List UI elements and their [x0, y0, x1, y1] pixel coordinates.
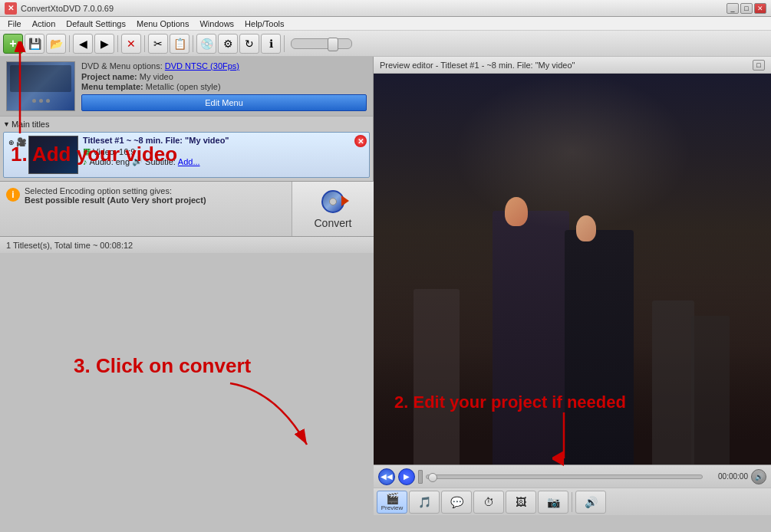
rewind-button[interactable]: ◀◀ — [378, 468, 395, 485]
menu-default-settings[interactable]: Default Settings — [61, 18, 130, 29]
subtitle-label: Subtitle: — [145, 157, 176, 166]
copy-button[interactable]: 📋 — [170, 34, 189, 54]
add-button[interactable]: + — [3, 34, 23, 54]
minimize-button[interactable]: _ — [727, 3, 739, 14]
main-area: DVD & Menu options: DVD NTSC (30Fps) Pro… — [0, 57, 771, 515]
preview-tab-subtitles[interactable]: 💬 — [441, 491, 472, 514]
convert-label: Convert — [314, 217, 351, 229]
main-titles-label: ▼ Main titles — [3, 120, 370, 129]
menu-bar: File Action Default Settings Menu Option… — [0, 17, 771, 31]
time-display: 00:00:00 — [706, 472, 748, 481]
forward-button[interactable]: ▶ — [94, 34, 114, 54]
dvd-options-link[interactable]: DVD NTSC (30Fps) — [165, 61, 239, 71]
preview-tab-preview[interactable]: 🎬 Preview — [377, 491, 407, 514]
preview-tab-capture[interactable]: 📷 — [538, 491, 568, 514]
status-bar-text: 1 Titleset(s), Total time ~ 00:08:12 — [6, 241, 133, 250]
audio-icon: ♪ — [83, 157, 87, 166]
preview-tab-audio[interactable]: 🎵 — [409, 491, 440, 514]
dvd-template: Menu template: Metallic (open style) — [81, 82, 367, 91]
open-button[interactable]: 📂 — [46, 34, 66, 54]
toolbar-separator-1 — [69, 35, 70, 52]
title-name: Titleset #1 ~ ~8 min. File: "My video" — [83, 136, 364, 145]
status-bar: 1 Titleset(s), Total time ~ 00:08:12 — [0, 236, 374, 253]
preview-tab-volume[interactable]: 🔊 — [575, 491, 606, 514]
left-panel-content: DVD & Menu options: DVD NTSC (30Fps) Pro… — [0, 57, 374, 181]
title-item: ⊕ 🎥 Titleset #1 ~ ~8 min. File: "My vide… — [3, 132, 370, 178]
subtitle-link[interactable]: Add... — [178, 157, 200, 166]
menu-action[interactable]: Action — [28, 18, 61, 29]
dvd-button[interactable]: 💿 — [196, 34, 216, 54]
close-button[interactable]: ✕ — [754, 3, 766, 14]
back-button[interactable]: ◀ — [73, 34, 93, 54]
cut-button[interactable]: ✂ — [148, 34, 168, 54]
volume-button[interactable]: 🔊 — [751, 469, 766, 484]
left-panel: DVD & Menu options: DVD NTSC (30Fps) Pro… — [0, 57, 374, 515]
toolbar: + 💾 📂 ◀ ▶ ✕ ✂ 📋 💿 ⚙ ↻ ℹ — [0, 31, 771, 57]
video-preview — [374, 74, 771, 465]
dvd-project-label: Project name: — [81, 72, 137, 81]
title-meta: Titleset #1 ~ ~8 min. File: "My video" ▦… — [83, 136, 364, 166]
toolbar-separator-4 — [193, 35, 193, 52]
window-controls: _ □ ✕ — [727, 3, 766, 14]
zoom-slider-thumb — [328, 38, 338, 51]
preview-icon: 🎬 — [386, 493, 399, 504]
maximize-button[interactable]: □ — [740, 3, 753, 14]
subtitles-icon: 💬 — [450, 497, 463, 507]
convert-icon — [317, 189, 349, 214]
volume-icon: 🔊 — [585, 497, 598, 507]
audio-lang: eng — [116, 157, 130, 166]
preview-controls: ◀◀ ▶ 00:00:00 🔊 — [374, 465, 771, 488]
capture-icon: 📷 — [547, 497, 560, 507]
play-button[interactable]: ▶ — [398, 468, 415, 485]
film-icon: ▦ — [83, 146, 91, 156]
menu-file[interactable]: File — [3, 18, 26, 29]
toolbar-separator-2 — [117, 35, 118, 52]
save-button[interactable]: 💾 — [25, 34, 44, 54]
preview-expand-button[interactable]: □ — [753, 60, 765, 71]
timer-icon: ⏱ — [483, 497, 494, 507]
refresh-button[interactable]: ↻ — [239, 34, 259, 54]
edit-menu-button[interactable]: Edit Menu — [81, 94, 367, 111]
app-icon: ✕ — [5, 2, 17, 15]
titles-area: ▼ Main titles ⊕ 🎥 Titleset #1 ~ ~8 min. … — [0, 117, 373, 181]
seek-thumb — [428, 473, 437, 482]
preview-tab-timer[interactable]: ⏱ — [473, 491, 504, 514]
preview-tab-image[interactable]: 🖼 — [506, 491, 536, 514]
title-bar: ✕ ConvertXtoDVD 7.0.0.69 _ □ ✕ — [0, 0, 771, 17]
dvd-template-label: Menu template: — [81, 82, 143, 91]
encoding-value: Best possible result (Auto Very short pr… — [25, 195, 206, 205]
dvd-template-value: Metallic (open style) — [146, 82, 221, 91]
menu-menu-options[interactable]: Menu Options — [132, 18, 193, 29]
remove-button[interactable]: ✕ — [121, 34, 141, 54]
dvd-info-section: DVD & Menu options: DVD NTSC (30Fps) Pro… — [0, 57, 373, 117]
video-frame — [374, 74, 771, 465]
toolbar-separator-3 — [144, 35, 145, 52]
dvd-meta: DVD & Menu options: DVD NTSC (30Fps) Pro… — [81, 61, 367, 111]
preview-toolbar: 🎬 Preview 🎵 💬 ⏱ 🖼 📷 🔊 — [374, 488, 771, 515]
title-video: ▦ Video: 16:9 — [83, 146, 364, 156]
preview-title: Preview editor - Titleset #1 - ~8 min. F… — [380, 61, 575, 70]
preview-header: Preview editor - Titleset #1 - ~8 min. F… — [374, 57, 771, 74]
zoom-slider[interactable] — [291, 38, 352, 49]
preview-label: Preview — [381, 504, 403, 511]
dvd-project-value: My video — [140, 72, 173, 81]
status-icon: i — [6, 188, 20, 202]
image-icon: 🖼 — [516, 497, 526, 507]
menu-help[interactable]: Help/Tools — [240, 18, 288, 29]
app-title: ConvertXtoDVD 7.0.0.69 — [21, 4, 114, 13]
title-close-button[interactable]: ✕ — [354, 135, 367, 147]
menu-windows[interactable]: Windows — [195, 18, 239, 29]
toolbar-separator-5 — [284, 35, 285, 52]
audio-tab-icon: 🎵 — [418, 497, 431, 507]
title-thumbnail — [28, 136, 78, 174]
info-button[interactable]: ℹ — [261, 34, 281, 54]
title-audio: ♪ Audio: eng 🔊 Subtitle: Add... — [83, 156, 364, 166]
seek-bar[interactable] — [426, 475, 703, 479]
convert-button-area[interactable]: Convert — [292, 182, 374, 236]
dvd-project-name: Project name: My video — [81, 72, 367, 81]
convert-arrow-icon — [341, 195, 349, 206]
prev-toolbar-sep — [572, 492, 572, 512]
title-video-value: Video: 16:9 — [93, 147, 135, 156]
divider-bar — [418, 470, 423, 484]
settings-button[interactable]: ⚙ — [218, 34, 238, 54]
